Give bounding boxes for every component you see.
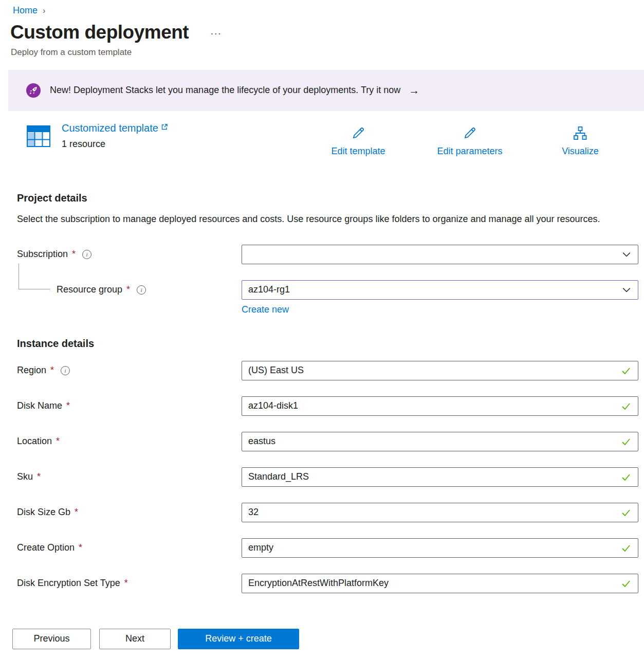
location-label-text: Location bbox=[17, 436, 52, 447]
customized-template-link[interactable]: Customized template bbox=[62, 122, 168, 134]
disk-encryption-value: EncryptionAtRestWithPlatformKey bbox=[248, 578, 389, 589]
required-asterisk: * bbox=[66, 400, 70, 411]
subscription-label-text: Subscription bbox=[17, 249, 68, 260]
more-options-icon[interactable]: ··· bbox=[210, 28, 222, 43]
create-option-value: empty bbox=[248, 542, 273, 553]
template-grid-icon bbox=[27, 125, 50, 149]
valid-check-icon bbox=[621, 507, 631, 518]
chevron-down-icon bbox=[622, 250, 631, 259]
disk-name-value: az104-disk1 bbox=[248, 400, 298, 411]
info-icon[interactable]: i bbox=[82, 250, 91, 259]
required-asterisk: * bbox=[75, 507, 78, 518]
subscription-dropdown[interactable] bbox=[242, 245, 638, 264]
deployment-stacks-banner[interactable]: New! Deployment Stacks let you manage th… bbox=[8, 70, 644, 111]
breadcrumb: Home › bbox=[0, 0, 644, 16]
required-asterisk: * bbox=[126, 284, 130, 295]
sku-label-text: Sku bbox=[17, 471, 33, 482]
region-label: Region * i bbox=[0, 365, 242, 376]
region-row: Region * i (US) East US bbox=[0, 361, 644, 380]
disk-encryption-label: Disk Encryption Set Type * bbox=[0, 578, 242, 589]
region-label-text: Region bbox=[17, 365, 46, 376]
region-value: (US) East US bbox=[248, 365, 304, 376]
page-subtitle: Deploy from a custom template bbox=[11, 47, 644, 58]
required-asterisk: * bbox=[37, 471, 41, 482]
wizard-footer: Previous Next Review + create bbox=[0, 619, 644, 658]
create-option-label-text: Create Option bbox=[17, 542, 75, 553]
resource-group-dropdown[interactable]: az104-rg1 bbox=[242, 280, 638, 300]
valid-check-icon bbox=[621, 543, 631, 553]
edit-parameters-button[interactable]: Edit parameters bbox=[424, 125, 516, 157]
valid-check-icon bbox=[621, 578, 631, 589]
instance-details-heading: Instance details bbox=[17, 338, 644, 350]
create-new-row: Create new bbox=[242, 304, 644, 315]
template-info: Customized template 1 resource bbox=[62, 122, 168, 150]
previous-button[interactable]: Previous bbox=[12, 629, 91, 649]
sku-row: Sku * Standard_LRS bbox=[0, 467, 644, 487]
required-asterisk: * bbox=[72, 249, 76, 260]
disk-name-label: Disk Name * bbox=[0, 400, 242, 411]
breadcrumb-separator-icon: › bbox=[43, 6, 45, 15]
disk-encryption-label-text: Disk Encryption Set Type bbox=[17, 578, 120, 589]
info-icon[interactable]: i bbox=[61, 366, 70, 375]
page-title: Custom deployment bbox=[10, 22, 189, 43]
edit-template-label: Edit template bbox=[320, 146, 397, 157]
template-resource-count: 1 resource bbox=[62, 139, 168, 150]
resource-group-row: Resource group * i az104-rg1 bbox=[0, 280, 644, 300]
required-asterisk: * bbox=[124, 578, 128, 589]
project-details-heading: Project details bbox=[17, 192, 644, 204]
subscription-label: Subscription * i bbox=[0, 249, 242, 260]
region-input[interactable]: (US) East US bbox=[242, 361, 638, 380]
location-value: eastus bbox=[248, 436, 275, 447]
template-card: Customized template 1 resource Edit temp… bbox=[0, 122, 644, 174]
external-link-icon bbox=[161, 123, 168, 131]
chevron-down-icon bbox=[622, 285, 631, 295]
disk-name-row: Disk Name * az104-disk1 bbox=[0, 396, 644, 416]
pencil-icon bbox=[424, 125, 516, 143]
banner-arrow-icon[interactable]: → bbox=[409, 84, 419, 97]
visualize-button[interactable]: Visualize bbox=[557, 125, 603, 157]
disk-name-input[interactable]: az104-disk1 bbox=[242, 396, 638, 416]
required-asterisk: * bbox=[56, 436, 60, 447]
breadcrumb-home-link[interactable]: Home bbox=[13, 5, 38, 16]
customized-template-label: Customized template bbox=[62, 122, 158, 134]
sku-value: Standard_LRS bbox=[248, 471, 309, 482]
banner-message: New! Deployment Stacks let you manage th… bbox=[50, 85, 400, 96]
disk-size-value: 32 bbox=[248, 507, 259, 518]
page-header: Custom deployment ··· bbox=[10, 22, 644, 43]
subscription-row: Subscription * i bbox=[0, 245, 644, 264]
resource-group-value: az104-rg1 bbox=[248, 284, 290, 295]
location-input[interactable]: eastus bbox=[242, 432, 638, 451]
required-asterisk: * bbox=[79, 542, 82, 553]
disk-size-row: Disk Size Gb * 32 bbox=[0, 503, 644, 522]
review-create-button[interactable]: Review + create bbox=[178, 629, 299, 649]
disk-size-label-text: Disk Size Gb bbox=[17, 507, 70, 518]
valid-check-icon bbox=[621, 436, 631, 447]
required-asterisk: * bbox=[50, 365, 54, 376]
create-option-row: Create Option * empty bbox=[0, 538, 644, 558]
sitemap-icon bbox=[557, 125, 603, 143]
create-option-input[interactable]: empty bbox=[242, 538, 638, 558]
info-icon[interactable]: i bbox=[137, 285, 146, 295]
valid-check-icon bbox=[621, 401, 631, 411]
disk-size-label: Disk Size Gb * bbox=[0, 507, 242, 518]
resource-group-label-text: Resource group bbox=[57, 284, 122, 295]
disk-size-input[interactable]: 32 bbox=[242, 503, 638, 522]
disk-encryption-input[interactable]: EncryptionAtRestWithPlatformKey bbox=[242, 574, 638, 593]
rocket-icon bbox=[26, 83, 41, 98]
next-button[interactable]: Next bbox=[99, 629, 171, 649]
location-label: Location * bbox=[0, 436, 242, 447]
disk-name-label-text: Disk Name bbox=[17, 400, 62, 411]
sku-label: Sku * bbox=[0, 471, 242, 482]
sku-input[interactable]: Standard_LRS bbox=[242, 467, 638, 487]
visualize-label: Visualize bbox=[557, 146, 603, 157]
edit-template-button[interactable]: Edit template bbox=[320, 125, 397, 157]
location-row: Location * eastus bbox=[0, 432, 644, 451]
pencil-icon bbox=[320, 125, 397, 143]
hierarchy-connector-line bbox=[19, 264, 50, 289]
project-details-description: Select the subscription to manage deploy… bbox=[17, 211, 608, 227]
create-option-label: Create Option * bbox=[0, 542, 242, 553]
edit-parameters-label: Edit parameters bbox=[424, 146, 516, 157]
create-new-link[interactable]: Create new bbox=[242, 304, 289, 315]
valid-check-icon bbox=[621, 365, 631, 376]
valid-check-icon bbox=[621, 472, 631, 482]
